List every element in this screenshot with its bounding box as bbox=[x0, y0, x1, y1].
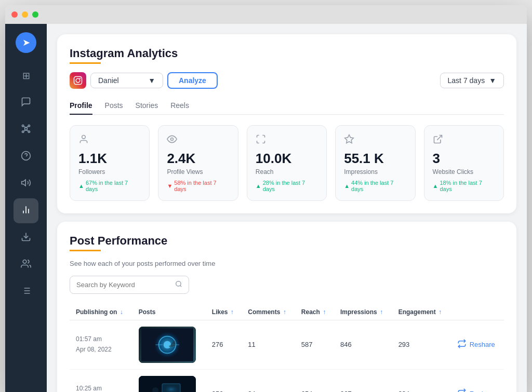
svg-point-26 bbox=[171, 138, 174, 141]
col-impressions[interactable]: Impressions ↑ bbox=[334, 304, 392, 320]
row2-impressions: 967 bbox=[334, 369, 392, 392]
tab-stories[interactable]: Stories bbox=[136, 97, 158, 115]
close-button[interactable] bbox=[11, 11, 18, 18]
reach-sort-icon: ↑ bbox=[323, 308, 326, 316]
row2-reach: 654 bbox=[295, 369, 334, 392]
dropdown-chevron-icon: ▼ bbox=[148, 76, 155, 85]
maximize-button[interactable] bbox=[32, 11, 38, 18]
row2-engagement: 324 bbox=[392, 369, 451, 392]
website-clicks-icon bbox=[433, 134, 495, 147]
search-icon bbox=[175, 280, 182, 289]
impressions-sort-icon: ↑ bbox=[380, 308, 383, 316]
profile-views-change-value: 58% in the last 7 days bbox=[174, 180, 230, 192]
instagram-icon bbox=[70, 72, 86, 89]
date-filter[interactable]: Last 7 days ▼ bbox=[440, 73, 504, 88]
sidebar-item-network[interactable] bbox=[14, 117, 38, 142]
svg-point-23 bbox=[76, 78, 80, 83]
logo-icon: ➤ bbox=[22, 37, 30, 48]
sidebar-item-support[interactable] bbox=[14, 144, 38, 169]
impressions-change: ▲ 44% in the last 7 days bbox=[344, 180, 406, 192]
reach-label: Reach bbox=[256, 168, 318, 175]
account-dropdown[interactable]: Daniel ▼ bbox=[90, 73, 163, 88]
col-likes[interactable]: Likes ↑ bbox=[206, 304, 242, 320]
table-row: 01:57 am Apr 08, 2022 bbox=[70, 320, 504, 369]
followers-icon bbox=[78, 134, 141, 147]
website-clicks-arrow-icon: ▲ bbox=[433, 183, 438, 189]
row1-publish-time: 01:57 am Apr 08, 2022 bbox=[70, 320, 132, 369]
tab-profile[interactable]: Profile bbox=[70, 97, 92, 115]
performance-table: Publishing on ↓ Posts Likes ↑ bbox=[70, 304, 504, 392]
sidebar-item-users[interactable] bbox=[14, 252, 38, 277]
website-clicks-value: 3 bbox=[433, 151, 495, 166]
row2-reshare[interactable]: Reshare bbox=[451, 369, 504, 392]
analyze-button[interactable]: Analyze bbox=[167, 72, 218, 89]
svg-point-15 bbox=[23, 260, 26, 263]
list-icon bbox=[21, 286, 31, 299]
reshare-label-2: Reshare bbox=[470, 390, 495, 392]
followers-value: 1.1K bbox=[78, 151, 141, 166]
analytics-card: Instagram Analytics Daniel bbox=[57, 34, 516, 213]
col-comments[interactable]: Comments ↑ bbox=[242, 304, 295, 320]
followers-arrow-icon: ▲ bbox=[78, 183, 84, 189]
analytics-title-underline bbox=[70, 62, 101, 64]
engagement-sort-icon: ↑ bbox=[438, 308, 442, 316]
analytics-icon bbox=[21, 205, 31, 218]
profile-views-label: Profile Views bbox=[167, 168, 229, 175]
publishing-on-sort-icon: ↓ bbox=[120, 308, 123, 316]
search-input[interactable] bbox=[76, 281, 171, 289]
tab-reels[interactable]: Reels bbox=[170, 97, 189, 115]
metric-reach: 10.0K Reach ▲ 28% in the last 7 days bbox=[247, 125, 327, 201]
sidebar-item-analytics[interactable] bbox=[14, 198, 38, 223]
likes-sort-icon: ↑ bbox=[231, 308, 234, 316]
app-body: ➤ ⊞ bbox=[5, 24, 527, 392]
svg-line-5 bbox=[26, 126, 28, 127]
metrics-grid: 1.1K Followers ▲ 67% in the last 7 days bbox=[70, 125, 504, 201]
svg-marker-27 bbox=[345, 135, 354, 143]
svg-point-24 bbox=[79, 78, 81, 79]
sidebar-item-list[interactable] bbox=[14, 279, 38, 304]
account-selector: Daniel ▼ Analyze bbox=[70, 72, 218, 89]
svg-point-4 bbox=[22, 131, 24, 132]
comments-sort-icon: ↑ bbox=[283, 308, 286, 316]
row1-reshare[interactable]: Reshare bbox=[451, 320, 504, 369]
sidebar-logo[interactable]: ➤ bbox=[16, 32, 36, 53]
analytics-header: Daniel ▼ Analyze Last 7 days ▼ bbox=[70, 72, 504, 89]
tab-posts[interactable]: Posts bbox=[105, 97, 123, 115]
metric-profile-views: 2.4K Profile Views ▼ 58% in the last 7 d… bbox=[158, 125, 238, 201]
profile-views-arrow-icon: ▼ bbox=[167, 183, 172, 189]
col-engagement[interactable]: Engagement ↑ bbox=[392, 304, 451, 320]
minimize-button[interactable] bbox=[22, 11, 28, 18]
profile-views-change: ▼ 58% in the last 7 days bbox=[167, 180, 229, 192]
reach-change-value: 28% in the last 7 days bbox=[263, 180, 318, 192]
row1-thumbnail bbox=[132, 320, 206, 369]
col-reach[interactable]: Reach ↑ bbox=[295, 304, 334, 320]
row2-comments: 34 bbox=[242, 369, 295, 392]
support-icon bbox=[21, 151, 31, 164]
account-name: Daniel bbox=[98, 76, 119, 85]
main-content: Instagram Analytics Daniel bbox=[47, 24, 527, 392]
date-filter-chevron-icon: ▼ bbox=[489, 76, 496, 85]
svg-line-6 bbox=[24, 126, 26, 127]
reshare-button-1[interactable]: Reshare bbox=[457, 339, 498, 350]
sidebar-item-messages[interactable] bbox=[14, 90, 38, 115]
row1-reach: 587 bbox=[295, 320, 334, 369]
search-box[interactable] bbox=[70, 276, 189, 294]
reach-value: 10.0K bbox=[256, 151, 318, 166]
followers-change-value: 67% in the last 7 days bbox=[86, 180, 141, 192]
date-filter-label: Last 7 days bbox=[448, 76, 485, 85]
post-performance-title-underline bbox=[70, 250, 101, 251]
metric-followers: 1.1K Followers ▲ 67% in the last 7 days bbox=[70, 125, 150, 201]
col-publishing-on[interactable]: Publishing on ↓ bbox=[70, 304, 132, 320]
sidebar-item-download[interactable] bbox=[14, 225, 38, 250]
sidebar-item-dashboard[interactable]: ⊞ bbox=[14, 63, 38, 88]
svg-point-28 bbox=[176, 281, 181, 286]
reshare-button-2[interactable]: Reshare bbox=[457, 388, 498, 392]
row1-comments: 11 bbox=[242, 320, 295, 369]
post-performance-subtitle: See how each of your posts performed ove… bbox=[70, 260, 504, 267]
svg-line-7 bbox=[26, 130, 28, 131]
network-icon bbox=[21, 124, 31, 137]
sidebar-item-megaphone[interactable] bbox=[14, 171, 38, 196]
svg-rect-38 bbox=[163, 385, 179, 392]
analytics-title: Instagram Analytics bbox=[70, 47, 504, 60]
dashboard-icon: ⊞ bbox=[22, 70, 30, 82]
